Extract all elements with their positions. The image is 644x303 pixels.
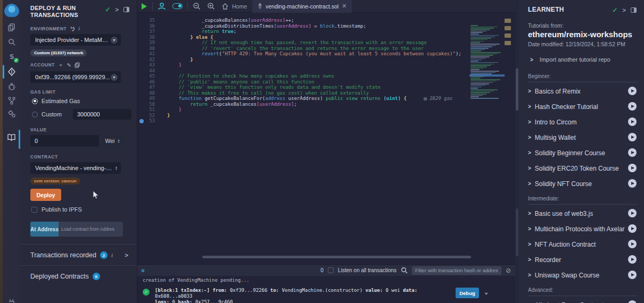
line-number[interactable]: 49 [137,96,162,102]
editor-tab[interactable]: vending-machine-contract.sol ✕ [252,0,352,13]
line-number[interactable]: 35 [137,18,162,23]
play-tutorial-icon[interactable] [628,117,637,126]
deploy-button[interactable]: Deploy [30,189,61,201]
horizontal-scrollbar[interactable] [202,256,471,258]
chevron-right-icon[interactable]: > [528,257,531,263]
panel-divider[interactable] [515,0,519,303]
play-tutorial-icon[interactable] [628,224,637,233]
play-tutorial-icon[interactable] [628,255,637,264]
terminal-expand-icon[interactable]: » [139,268,147,272]
code-line[interactable]: return _cupcakeBalances[userAddress]; [167,102,461,107]
code-line[interactable]: // 'view' means this function only reads… [167,85,461,90]
chevron-right-icon[interactable]: > [528,150,531,156]
value-unit-select[interactable]: Wei ▲▼ [100,135,125,147]
code-line[interactable]: // This makes it free to call (no gas co… [167,90,461,96]
file-explorer-icon[interactable] [3,20,20,34]
chevron-right-icon[interactable]: > [528,134,531,140]
account-select[interactable]: 0xf39...92266 (9999.99929... ▼ [30,71,121,83]
chevron-down-icon[interactable]: ⌄ [484,288,488,296]
play-tutorial-icon[interactable] [628,102,637,111]
info-icon[interactable]: i [78,26,80,31]
tutorial-item[interactable]: >Basics of Remix [519,83,644,99]
line-number[interactable]: 43 [137,62,162,68]
gas-custom-option[interactable]: Custom [32,109,137,120]
gas-estimated-option[interactable]: Estimated Gas [32,98,137,104]
transactions-recorded-section[interactable]: Transactions recorded 2 i > [20,245,137,265]
code-line[interactable]: } [167,107,461,113]
code-line[interactable]: } [167,57,461,63]
play-tutorial-icon[interactable] [628,240,637,248]
line-number[interactable]: 47 [137,85,162,90]
play-tutorial-icon[interactable] [628,133,637,141]
at-address-button[interactable]: At Address [30,222,59,237]
code-line[interactable]: _cupcakeDistributionTimes[userAddress] =… [167,23,461,29]
panel-collapse-icon[interactable]: > [115,6,119,13]
spinner-arrows-icon[interactable]: ▲▼ [117,139,120,143]
tutorial-item[interactable]: >Hash Checker Tutorial [519,99,644,114]
line-number[interactable]: 39 [137,40,162,46]
editor-minimap[interactable] [470,25,503,99]
chevron-right-icon[interactable]: > [528,226,531,232]
clear-terminal-icon[interactable]: ⊘ [506,267,511,274]
tutorial-item[interactable]: >Multisig Wallet [519,130,644,145]
tutorial-item[interactable]: >Solidity Beginner Course [519,145,644,161]
code-editor[interactable]: 35363738394041424344454647484950515253 _… [137,13,515,255]
scrollbar-thumb[interactable] [516,208,518,256]
home-tab-label[interactable]: Home [232,3,247,10]
line-number[interactable]: 38 [137,35,162,40]
line-number[interactable]: 53 [137,118,162,124]
panel-collapse-icon[interactable]: > [623,7,626,13]
play-tutorial-icon[interactable] [628,87,637,95]
chevron-right-icon[interactable]: > [528,88,531,94]
code-line[interactable]: // Function to check how many cupcakes a… [167,73,461,79]
tutorial-item[interactable]: >Uniswap Swap Course [519,267,644,283]
copy-icon[interactable] [75,62,80,68]
code-line[interactable] [167,118,461,124]
import-repo-row[interactable]: > Import another tutorial repo [530,56,644,63]
chevron-right-icon[interactable]: > [528,165,531,171]
ai-toggle-icon[interactable] [169,0,186,13]
play-tutorial-icon[interactable] [628,164,637,172]
line-number[interactable]: 48 [137,90,162,96]
ai-assistant-icon[interactable] [154,0,169,13]
line-number[interactable]: 46 [137,79,162,85]
publish-ipfs-option[interactable]: Publish to IPFS [31,206,137,213]
add-account-icon[interactable]: ＋ [58,61,64,69]
play-tutorial-icon[interactable] [628,179,637,188]
at-address-input[interactable] [59,222,123,237]
value-input[interactable] [30,135,100,147]
code-line[interactable]: // 'revert' cancels the transaction and … [167,46,461,52]
code-line[interactable]: } [167,113,461,119]
tutorial-item[interactable]: >Basic use of web3.js [519,206,644,221]
line-number[interactable]: 50 [137,102,162,107]
line-number[interactable]: 42 [137,57,162,63]
chevron-right-icon[interactable]: > [528,119,531,125]
listen-checkbox-icon[interactable] [328,267,334,273]
tutorial-item[interactable]: >Solidity ERC20 Token Course [519,161,644,176]
line-number[interactable]: 44 [137,68,162,74]
play-tutorial-icon[interactable] [628,209,637,217]
minimap-viewport[interactable] [469,74,505,77]
edit-icon[interactable]: ✎ [67,62,72,68]
chevron-right-icon[interactable]: > [528,211,531,216]
line-number[interactable]: 40 [137,46,162,52]
line-number[interactable]: 41 [137,51,162,57]
chevron-right-icon[interactable]: > [125,252,128,258]
panel-pin-icon[interactable] [631,7,637,13]
play-tutorial-icon[interactable] [628,300,637,303]
play-tutorial-icon[interactable] [628,148,637,157]
tutorial-item[interactable]: >Intro to Circom [519,114,644,130]
run-script-icon[interactable] [137,0,151,13]
code-line[interactable]: } else { [167,35,461,40]
plug-icon[interactable] [3,296,20,303]
close-icon[interactable]: ✕ [342,3,346,10]
code-line[interactable]: // If not enough time has passed, revert… [167,40,461,46]
contract-select[interactable]: VendingMachine - vending-machin ▲▼ [30,162,121,174]
chevron-right-icon[interactable]: > [528,272,531,278]
code-line[interactable]: } [167,62,461,68]
transaction-log-row[interactable]: ✓ [block:1 txIndex:-] from: 0xf39...9226… [143,287,513,303]
code-line[interactable]: revert("HTTP 429: Too Many Cupcakes (you… [167,51,461,57]
code-lines[interactable]: _cupcakeBalances[userAddress]++; _cupcak… [167,18,461,124]
tutorial-item[interactable]: >Solidity NFT Course [519,176,644,191]
code-line[interactable]: return true; [167,29,461,35]
